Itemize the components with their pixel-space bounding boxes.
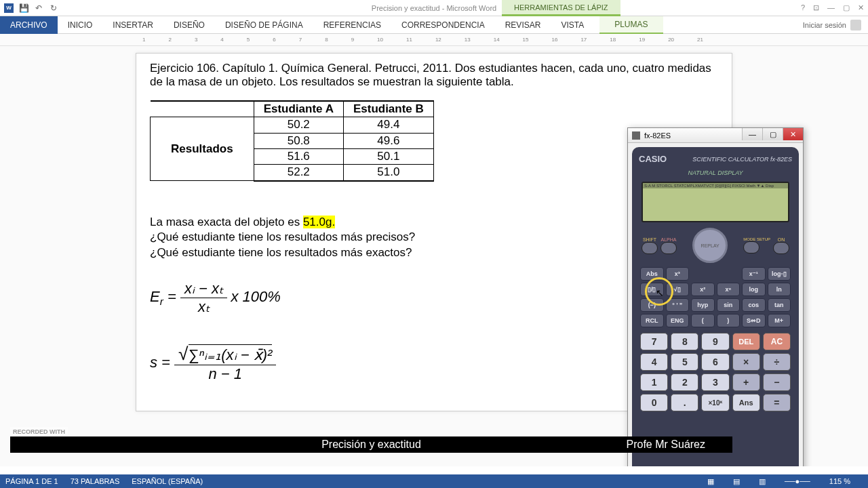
key-eq[interactable]: = <box>763 394 791 411</box>
status-lang[interactable]: ESPAÑOL (ESPAÑA) <box>132 477 203 485</box>
word-icon: W <box>4 3 14 13</box>
tab-diseno-pagina[interactable]: DISEÑO DE PÁGINA <box>215 16 313 34</box>
key-hyp[interactable]: hyp <box>691 298 715 312</box>
key-eng[interactable]: ENG <box>666 314 690 327</box>
key-mplus[interactable]: M+ <box>768 314 791 327</box>
caption-right: Profe Mr Suárez <box>627 439 705 451</box>
key-xinv[interactable]: x⁻¹ <box>742 267 766 281</box>
caption-bar: Precisión y exactitud Profe Mr Suárez <box>10 436 732 453</box>
calc-title: fx-82ES <box>644 131 671 140</box>
key-lparen[interactable]: ( <box>691 314 715 327</box>
key-neg[interactable]: (−) <box>640 298 664 312</box>
key-3[interactable]: 3 <box>701 373 729 391</box>
calc-minimize-icon[interactable]: — <box>742 128 762 140</box>
tab-revisar[interactable]: REVISAR <box>495 16 551 34</box>
key-tan[interactable]: tan <box>768 298 791 312</box>
maximize-icon[interactable]: ▢ <box>843 3 850 12</box>
tab-inicio[interactable]: INICIO <box>58 16 103 34</box>
help-icon[interactable]: ? <box>801 3 805 12</box>
status-words[interactable]: 73 PALABRAS <box>71 477 120 485</box>
minimize-icon[interactable]: — <box>827 3 835 12</box>
mode-button[interactable] <box>743 241 760 253</box>
calc-number-keys: 7 8 9 DEL AC 4 5 6 × ÷ 1 2 3 + − 0 . ×10… <box>640 333 791 411</box>
key-log[interactable]: log <box>742 283 766 296</box>
key-exp[interactable]: ×10ˣ <box>701 394 729 411</box>
key-1[interactable]: 1 <box>640 373 668 391</box>
calc-close-icon[interactable]: ✕ <box>783 128 803 140</box>
key-rparen[interactable]: ) <box>717 314 741 327</box>
calculator-window[interactable]: fx-82ES — ▢ ✕ CASIO SCIENTIFIC CALCULATO… <box>627 127 804 466</box>
ribbon-tabs: ARCHIVO INICIO INSERTAR DISEÑO DISEÑO DE… <box>0 16 868 34</box>
key-sqrt[interactable]: √▯ <box>666 283 690 296</box>
calc-maximize-icon[interactable]: ▢ <box>762 128 783 140</box>
watermark-label: RECORDED WITH <box>10 427 68 436</box>
key-8[interactable]: 8 <box>671 333 698 350</box>
context-tab[interactable]: HERRAMIENTAS DE LÁPIZ <box>502 0 620 16</box>
results-table: Estudiante A Estudiante B Resultados 50.… <box>150 100 434 182</box>
key-5[interactable]: 5 <box>671 353 698 371</box>
key-dot[interactable]: . <box>671 394 698 411</box>
key-0[interactable]: 0 <box>640 394 668 411</box>
key-6[interactable]: 6 <box>701 353 729 371</box>
calc-titlebar[interactable]: fx-82ES — ▢ ✕ <box>628 128 803 143</box>
key-minus[interactable]: − <box>763 373 791 391</box>
alpha-button[interactable] <box>660 242 677 254</box>
key-2[interactable]: 2 <box>671 373 698 391</box>
key-mult[interactable]: × <box>732 353 760 371</box>
tab-plumas[interactable]: PLUMAS <box>599 16 663 34</box>
ribbon-collapse-icon[interactable]: ⊡ <box>813 3 819 12</box>
replay-dpad[interactable]: REPLAY <box>692 228 728 263</box>
titlebar: W 💾 ↶ ↻ Precision y exactitud - Microsof… <box>0 0 868 16</box>
view-web-icon[interactable]: ▥ <box>759 477 766 486</box>
key-9[interactable]: 9 <box>701 333 729 350</box>
tab-insertar[interactable]: INSERTAR <box>102 16 163 34</box>
key-4[interactable]: 4 <box>640 353 668 371</box>
on-button[interactable] <box>773 242 789 254</box>
view-print-icon[interactable]: ▤ <box>733 477 740 486</box>
tab-correspondencia[interactable]: CORRESPONDENCIA <box>391 16 495 34</box>
key-plus[interactable]: + <box>732 373 760 391</box>
tab-vista[interactable]: VISTA <box>551 16 594 34</box>
tab-archivo[interactable]: ARCHIVO <box>0 16 58 34</box>
key-7[interactable]: 7 <box>640 333 668 350</box>
key-x2[interactable]: x² <box>691 283 715 296</box>
key-ln[interactable]: ln <box>768 283 791 296</box>
shift-button[interactable] <box>642 242 658 254</box>
calc-display: S-A M STORCL STATCMPLXMATVCT [D][R][G] F… <box>642 182 789 222</box>
key-xn[interactable]: xⁿ <box>717 283 741 296</box>
key-frac[interactable]: ▯/▯ <box>640 283 664 296</box>
key-sd[interactable]: S⇔D <box>742 314 766 327</box>
problem-text: Ejercicio 106. Capítulo 1. Química Gener… <box>150 62 718 89</box>
key-rcl[interactable]: RCL <box>640 314 664 327</box>
undo-icon[interactable]: ↶ <box>34 3 43 13</box>
document-area: Ejercicio 106. Capítulo 1. Química Gener… <box>0 46 868 466</box>
status-page[interactable]: PÁGINA 1 DE 1 <box>5 477 58 485</box>
calc-function-keys: Abs x³ x⁻¹ log▫▯ ▯/▯ √▯ x² xⁿ log ln (−)… <box>640 267 791 327</box>
doc-title: Precision y exactitud - Microsoft Word <box>372 4 496 12</box>
signin[interactable]: Iniciar sesión <box>803 20 861 30</box>
key-ans[interactable]: Ans <box>732 394 760 411</box>
tab-diseno[interactable]: DISEÑO <box>163 16 215 34</box>
key-logab[interactable]: log▫▯ <box>768 267 791 281</box>
key-del[interactable]: DEL <box>732 333 760 350</box>
key-ac[interactable]: AC <box>763 333 791 350</box>
close-icon[interactable]: ✕ <box>858 3 864 12</box>
save-icon[interactable]: 💾 <box>19 3 28 13</box>
ruler: 123456789101112131415161718192021 <box>0 34 868 46</box>
avatar-icon <box>850 20 861 30</box>
key-cos[interactable]: cos <box>742 298 766 312</box>
calc-model: SCIENTIFIC CALCULATOR fx-82ES <box>692 156 792 163</box>
key-div[interactable]: ÷ <box>763 353 791 371</box>
zoom-slider[interactable]: ──●── <box>785 477 810 486</box>
lcd-status: S-A M STORCL STATCMPLXMATVCT [D][R][G] F… <box>643 183 788 188</box>
statusbar: PÁGINA 1 DE 1 73 PALABRAS ESPAÑOL (ESPAÑ… <box>0 474 868 488</box>
tab-referencias[interactable]: REFERENCIAS <box>313 16 391 34</box>
caption-center: Precisión y exactitud <box>321 439 421 451</box>
key-sin[interactable]: sin <box>717 298 741 312</box>
key-dms[interactable]: ° ’ ” <box>666 298 690 312</box>
redo-icon[interactable]: ↻ <box>49 3 58 13</box>
zoom-level[interactable]: 115 % <box>829 477 850 486</box>
key-abs[interactable]: Abs <box>640 267 664 281</box>
view-read-icon[interactable]: ▦ <box>707 477 714 486</box>
key-x3[interactable]: x³ <box>666 267 690 281</box>
